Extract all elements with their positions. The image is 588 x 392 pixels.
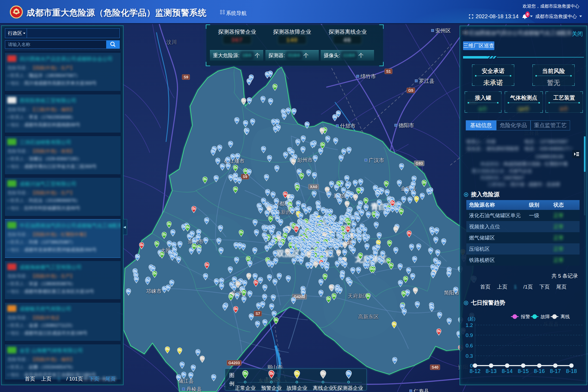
svg-text:8-14: 8-14	[502, 368, 513, 374]
svg-text:8-16: 8-16	[534, 368, 545, 374]
svg-text:0: 0	[470, 363, 473, 369]
svg-text:8-12: 8-12	[470, 368, 480, 374]
svg-text:离线: 离线	[561, 314, 570, 319]
svg-text:8-17: 8-17	[550, 368, 561, 374]
svg-text:1.2: 1.2	[466, 322, 473, 328]
svg-text:故障: 故障	[541, 314, 550, 319]
svg-text:0.3: 0.3	[466, 353, 473, 359]
svg-text:8-15: 8-15	[518, 368, 529, 374]
svg-text:8-13: 8-13	[486, 368, 497, 374]
svg-text:(起): (起)	[468, 316, 475, 321]
svg-text:报警: 报警	[520, 314, 530, 319]
svg-text:0.6: 0.6	[466, 343, 473, 348]
svg-text:8-18: 8-18	[566, 368, 577, 374]
svg-text:0.9: 0.9	[466, 332, 473, 338]
